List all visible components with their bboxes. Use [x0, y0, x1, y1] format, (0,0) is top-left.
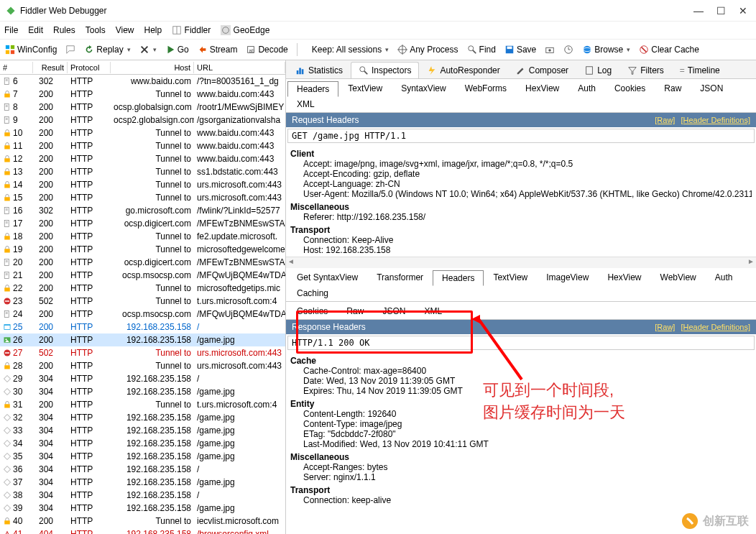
save-button[interactable]: Save — [502, 43, 538, 56]
res-subtab-transformer[interactable]: Transformer — [367, 270, 433, 285]
res-subtab-caching[interactable]: Caching — [287, 285, 338, 301]
screenshot-button[interactable] — [543, 43, 557, 56]
session-row[interactable]: 41404HTTP192.168.235.158/browserconfig.x… — [0, 528, 285, 534]
session-row[interactable]: 26200HTTP192.168.235.158/game.jpg — [0, 333, 285, 346]
response-defs-link[interactable]: [Header Definitions] — [681, 323, 750, 331]
menu-rules[interactable]: Rules — [53, 25, 75, 35]
maximize-button[interactable]: ☐ — [716, 5, 726, 17]
res-subtab-headers[interactable]: Headers — [433, 270, 484, 286]
session-row[interactable]: 6302HTTPwww.baidu.com/?tn=80035161_1_dg — [0, 75, 285, 88]
request-raw-link[interactable]: [Raw] — [655, 116, 675, 124]
decode-button[interactable]: abDecode — [244, 43, 290, 56]
minimize-button[interactable]: — — [693, 5, 704, 17]
session-row[interactable]: 39304HTTP192.168.235.158/game.jpg — [0, 502, 285, 515]
menu-geoedge[interactable]: GeoEdge — [221, 25, 269, 36]
tab-inspectors[interactable]: Inspectors — [351, 62, 419, 78]
req-header-item[interactable]: Referer: http://192.168.235.158/ — [290, 212, 752, 222]
req-subtab-xml[interactable]: XML — [287, 96, 324, 112]
session-row[interactable]: 34304HTTP192.168.235.158/game.jpg — [0, 437, 285, 450]
close-button[interactable]: ✕ — [739, 5, 747, 17]
clear-cache-button[interactable]: Clear Cache — [637, 43, 701, 56]
timer-button[interactable] — [561, 43, 576, 56]
res-header-item[interactable]: Accept-Ranges: bytes — [290, 462, 752, 472]
find-button[interactable]: Find — [465, 43, 498, 56]
col-result[interactable]: Result — [33, 62, 68, 73]
sessions-grid[interactable]: 6302HTTPwww.baidu.com/?tn=80035161_1_dg7… — [0, 75, 285, 534]
menu-tools[interactable]: Tools — [86, 25, 106, 35]
session-row[interactable]: 35304HTTP192.168.235.158/game.jpg — [0, 450, 285, 463]
col-url[interactable]: URL — [194, 62, 285, 73]
session-row[interactable]: 22200HTTPTunnel tomicrosoftedgetips.mic — [0, 282, 285, 295]
session-row[interactable]: 20200HTTPocsp.digicert.com/MFEwTzBNMEswS… — [0, 256, 285, 269]
session-row[interactable]: 13200HTTPTunnel toss1.bdstatic.com:443 — [0, 165, 285, 178]
session-row[interactable]: 18200HTTPTunnel tofe2.update.microsoft. — [0, 230, 285, 243]
res-subtab-webview[interactable]: WebView — [651, 270, 706, 285]
session-row[interactable]: 36304HTTP192.168.235.158/ — [0, 463, 285, 476]
session-row[interactable]: 15200HTTPTunnel tours.microsoft.com:443 — [0, 191, 285, 204]
tab-statistics[interactable]: Statistics — [287, 62, 351, 78]
go-button[interactable]: Go — [163, 43, 191, 56]
remove-button[interactable] — [137, 43, 159, 56]
req-subtab-syntaxview[interactable]: SyntaxView — [392, 80, 455, 96]
stream-button[interactable]: Stream — [195, 43, 240, 56]
tab-composer[interactable]: Composer — [508, 62, 576, 78]
session-row[interactable]: 16302HTTPgo.microsoft.com/fwlink/?LinkId… — [0, 204, 285, 217]
session-row[interactable]: 38304HTTP192.168.235.158/ — [0, 489, 285, 502]
menu-edit[interactable]: Edit — [28, 25, 43, 35]
res-subtab-auth[interactable]: Auth — [706, 270, 742, 285]
req-header-item[interactable]: Accept: image/png, image/svg+xml, image/… — [290, 159, 752, 169]
session-row[interactable]: 12200HTTPTunnel towww.baidu.com:443 — [0, 152, 285, 165]
session-row[interactable]: 29304HTTP192.168.235.158/ — [0, 372, 285, 385]
session-row[interactable]: 8200HTTPocsp.globalsign.com/rootr1/MEwwS… — [0, 101, 285, 114]
col-number[interactable]: # — [0, 62, 33, 73]
session-row[interactable]: 25200HTTP192.168.235.158/ — [0, 321, 285, 333]
res-header-item[interactable]: Server: nginx/1.1.1 — [290, 472, 752, 482]
request-defs-link[interactable]: [Header Definitions] — [681, 116, 750, 124]
req-subtab-textview[interactable]: TextView — [338, 80, 392, 96]
session-row[interactable]: 17200HTTPocsp.digicert.com/MFEwTzBNMEswS… — [0, 217, 285, 230]
col-host[interactable]: Host — [111, 62, 194, 73]
res-subtab-hexview[interactable]: HexView — [598, 270, 650, 285]
req-header-item[interactable]: Accept-Encoding: gzip, deflate — [290, 169, 752, 179]
res-header-item[interactable]: Last-Modified: Wed, 13 Nov 2019 10:41:11… — [290, 439, 752, 449]
req-subtab-json[interactable]: JSON — [691, 80, 732, 96]
session-row[interactable]: 28200HTTPTunnel tours.microsoft.com:443 — [0, 359, 285, 372]
response-raw-link[interactable]: [Raw] — [655, 323, 675, 331]
session-row[interactable]: 7200HTTPTunnel towww.baidu.com:443 — [0, 88, 285, 101]
menu-fiddler[interactable]: Fiddler — [172, 25, 211, 36]
req-subtab-raw[interactable]: Raw — [655, 80, 691, 96]
session-row[interactable]: 40200HTTPTunnel toiecvlist.microsoft.com — [0, 515, 285, 528]
req-subtab-headers[interactable]: Headers — [287, 81, 338, 97]
req-subtab-webforms[interactable]: WebForms — [456, 80, 516, 96]
session-row[interactable]: 11200HTTPTunnel towww.baidu.com:443 — [0, 139, 285, 152]
request-hscroll[interactable] — [286, 257, 756, 268]
any-process-button[interactable]: Any Process — [395, 43, 460, 56]
replay-button[interactable]: Replay — [82, 43, 132, 56]
tab-log[interactable]: Log — [576, 62, 619, 78]
req-header-item[interactable]: User-Agent: Mozilla/5.0 (Windows NT 10.0… — [290, 189, 752, 199]
menu-view[interactable]: View — [116, 25, 134, 35]
menu-help[interactable]: Help — [144, 25, 162, 35]
session-row[interactable]: 10200HTTPTunnel towww.baidu.com:443 — [0, 126, 285, 139]
session-row[interactable]: 21200HTTPocsp.msocsp.com/MFQwUjBQME4wTDA — [0, 269, 285, 282]
comment-button[interactable] — [63, 43, 78, 56]
keep-sessions-dropdown[interactable]: Keep: All sessions — [310, 43, 391, 56]
res-subtab-get-syntaxview[interactable]: Get SyntaxView — [287, 270, 367, 285]
session-row[interactable]: 32304HTTP192.168.235.158/game.jpg — [0, 411, 285, 424]
session-row[interactable]: 33304HTTP192.168.235.158/game.jpg — [0, 424, 285, 437]
session-row[interactable]: 37304HTTP192.168.235.158/game.jpg — [0, 476, 285, 489]
session-row[interactable]: 30304HTTP192.168.235.158/game.jpg — [0, 385, 285, 398]
session-row[interactable]: 31200HTTPTunnel tot.urs.microsoft.com:4 — [0, 398, 285, 411]
session-row[interactable]: 23502HTTPTunnel tot.urs.microsoft.com:4 — [0, 295, 285, 308]
session-row[interactable]: 19200HTTPTunnel tomicrosoftedgewelcome — [0, 243, 285, 256]
req-header-item[interactable]: Host: 192.168.235.158 — [290, 245, 752, 255]
res-subtab-textview[interactable]: TextView — [484, 270, 537, 285]
tab-timeline[interactable]: =Timeline — [672, 62, 728, 78]
session-row[interactable]: 24200HTTPocsp.msocsp.com/MFQwUjBQME4wTDA — [0, 308, 285, 321]
req-subtab-cookies[interactable]: Cookies — [605, 80, 655, 96]
session-row[interactable]: 27502HTTPTunnel tours.microsoft.com:443 — [0, 346, 285, 359]
req-subtab-hexview[interactable]: HexView — [516, 80, 568, 96]
browse-button[interactable]: Browse — [580, 43, 632, 56]
tab-autoresponder[interactable]: AutoResponder — [419, 62, 507, 78]
col-protocol[interactable]: Protocol — [68, 62, 111, 73]
